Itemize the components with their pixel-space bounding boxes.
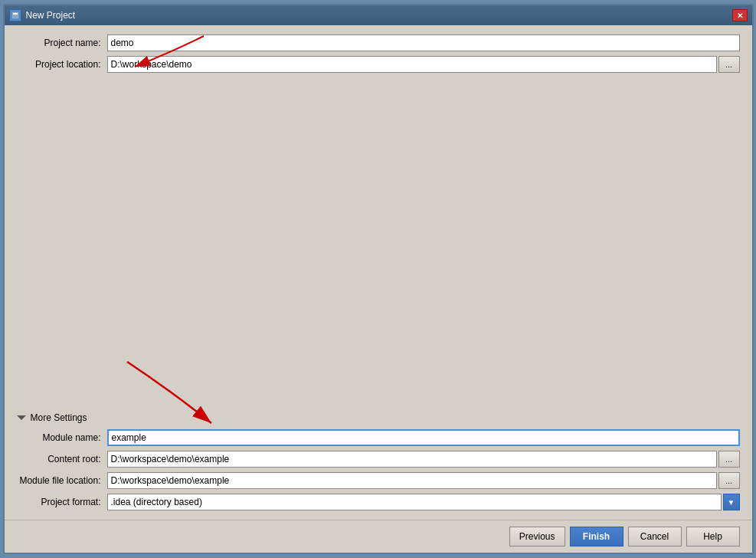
dialog-content: Project name: Project location: ... [5,25,752,520]
previous-button[interactable]: Previous [509,527,565,547]
project-format-select[interactable]: .idea (directory based) [107,494,722,510]
content-root-label: Content root: [17,454,101,464]
dialog-footer: Previous Finish Cancel Help [5,520,752,553]
title-bar-left: New Project [9,9,76,21]
dialog-icon [9,9,21,21]
more-settings-label: More Settings [31,412,87,423]
content-root-row: Content root: ... [17,451,740,468]
new-project-dialog: New Project ✕ Project name: Project loca… [3,4,754,554]
select-arrow-button[interactable]: ▼ [723,494,740,510]
module-file-location-input[interactable] [107,472,717,489]
dialog-title: New Project [26,10,76,21]
project-name-row: Project name: [17,34,740,51]
project-name-input[interactable] [107,34,740,51]
content-root-input[interactable] [107,451,717,468]
more-settings-section: More Settings Module name: Content root:… [17,412,740,510]
svg-rect-1 [13,13,18,15]
close-button[interactable]: ✕ [732,9,748,21]
project-location-row: Project location: ... [17,56,740,73]
module-file-location-label: Module file location: [17,475,101,486]
project-location-field: ... [107,56,740,73]
project-name-label: Project name: [17,38,101,48]
content-root-browse-button[interactable]: ... [718,451,740,468]
project-format-label: Project format: [17,497,101,507]
project-format-field: .idea (directory based) ▼ [107,494,740,510]
annotation-arrow-2 [81,354,250,446]
module-file-location-row: Module file location: ... [17,472,740,489]
project-location-browse-button[interactable]: ... [718,56,740,73]
content-root-field: ... [107,451,740,468]
module-file-location-browse-button[interactable]: ... [718,472,740,489]
project-format-row: Project format: .idea (directory based) … [17,494,740,510]
project-location-label: Project location: [17,59,101,70]
finish-button[interactable]: Finish [570,527,623,547]
cancel-button[interactable]: Cancel [628,527,682,547]
module-file-location-field: ... [107,472,740,489]
title-bar: New Project ✕ [5,5,752,25]
help-button[interactable]: Help [686,527,740,547]
svg-rect-0 [11,11,19,19]
project-location-input[interactable] [107,56,717,73]
chevron-down-icon [17,415,26,420]
